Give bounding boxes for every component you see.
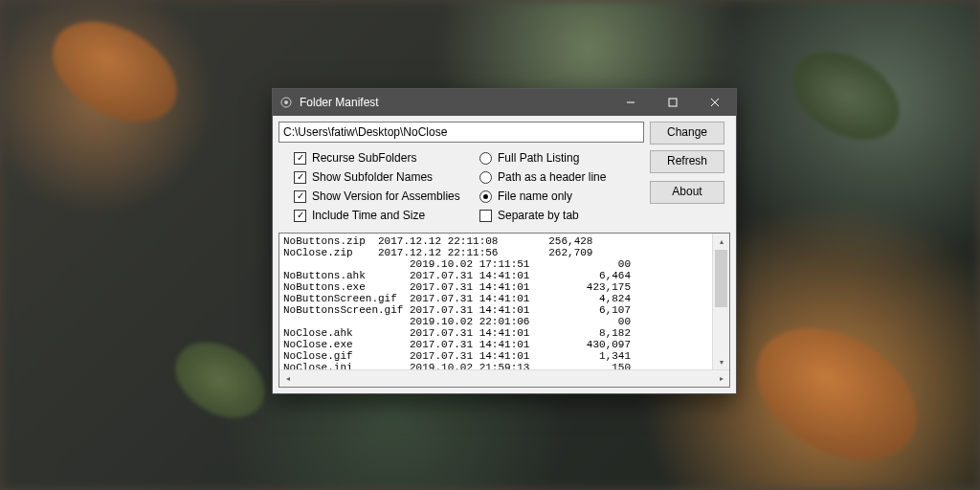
folder-path-input[interactable] bbox=[278, 122, 644, 143]
titlebar[interactable]: Folder Manifest bbox=[273, 89, 736, 116]
minimize-button[interactable] bbox=[610, 89, 652, 116]
options-right: Full Path ListingPath as a header lineFi… bbox=[464, 145, 650, 229]
option-subnames[interactable]: ✓Show Subfolder Names bbox=[294, 167, 464, 187]
radio-fullpath[interactable] bbox=[479, 152, 492, 165]
option-label: Show Subfolder Names bbox=[312, 170, 433, 184]
option-version[interactable]: ✓Show Version for Assemblies bbox=[294, 187, 464, 206]
checkbox-recurse[interactable]: ✓ bbox=[294, 152, 306, 165]
option-label: Path as a header line bbox=[498, 170, 606, 184]
app-window: Folder Manifest Change ✓Recurse SubFolde… bbox=[272, 88, 737, 394]
svg-point-1 bbox=[284, 100, 288, 104]
close-button[interactable] bbox=[694, 89, 736, 116]
option-septab[interactable]: Separate by tab bbox=[479, 206, 650, 225]
option-header[interactable]: Path as a header line bbox=[479, 167, 650, 187]
option-label: Full Path Listing bbox=[498, 151, 579, 165]
horizontal-scrollbar[interactable]: ◂ ▸ bbox=[279, 369, 729, 387]
option-label: Show Version for Assemblies bbox=[312, 189, 460, 203]
scroll-left-icon[interactable]: ◂ bbox=[279, 370, 296, 387]
listing-box: NoButtons.zip 2017.12.12 22:11:08 256,42… bbox=[278, 233, 730, 388]
checkbox-timesize[interactable]: ✓ bbox=[294, 210, 306, 222]
svg-rect-3 bbox=[669, 99, 677, 106]
option-label: Recurse SubFolders bbox=[312, 151, 416, 165]
scroll-down-icon[interactable]: ▾ bbox=[713, 354, 729, 370]
checkbox-septab[interactable] bbox=[479, 210, 492, 222]
options-left: ✓Recurse SubFolders✓Show Subfolder Names… bbox=[278, 145, 464, 229]
app-icon bbox=[278, 95, 294, 110]
client-area: Change ✓Recurse SubFolders✓Show Subfolde… bbox=[273, 116, 736, 393]
option-label: Separate by tab bbox=[498, 209, 579, 222]
vertical-scrollbar[interactable]: ▴ ▾ bbox=[712, 234, 729, 370]
refresh-button[interactable]: Refresh bbox=[650, 150, 724, 173]
option-recurse[interactable]: ✓Recurse SubFolders bbox=[294, 148, 464, 167]
option-fname[interactable]: File name only bbox=[479, 187, 650, 206]
radio-fname[interactable] bbox=[479, 190, 492, 203]
scroll-up-icon[interactable]: ▴ bbox=[713, 234, 729, 250]
change-button[interactable]: Change bbox=[650, 122, 724, 145]
window-title: Folder Manifest bbox=[300, 96, 610, 109]
radio-header[interactable] bbox=[479, 171, 492, 184]
option-label: Include Time and Size bbox=[312, 209, 425, 222]
maximize-button[interactable] bbox=[652, 89, 694, 116]
option-label: File name only bbox=[498, 189, 572, 203]
listing-text[interactable]: NoButtons.zip 2017.12.12 22:11:08 256,42… bbox=[279, 234, 729, 387]
option-fullpath[interactable]: Full Path Listing bbox=[479, 148, 650, 167]
scroll-right-icon[interactable]: ▸ bbox=[713, 370, 729, 387]
option-timesize[interactable]: ✓Include Time and Size bbox=[294, 206, 464, 225]
checkbox-subnames[interactable]: ✓ bbox=[294, 171, 306, 184]
about-button[interactable]: About bbox=[650, 181, 724, 204]
scroll-thumb[interactable] bbox=[715, 250, 727, 307]
checkbox-version[interactable]: ✓ bbox=[294, 190, 306, 203]
